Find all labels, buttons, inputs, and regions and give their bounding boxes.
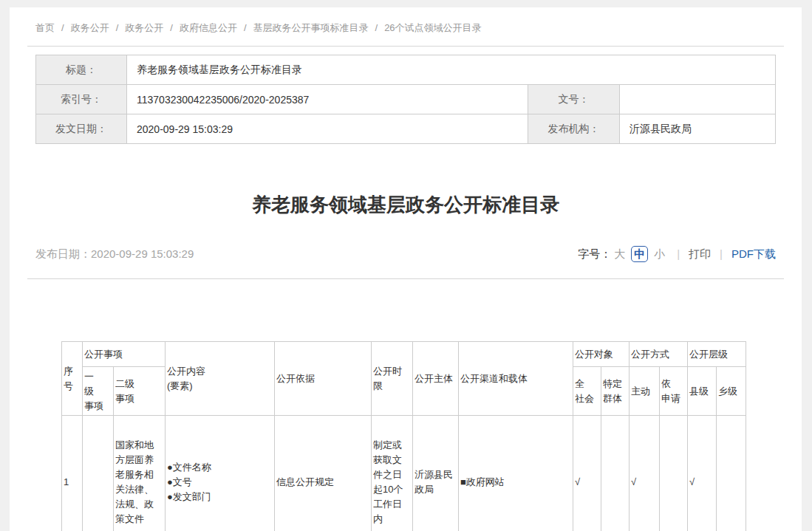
header-method-active: 主动: [630, 367, 660, 416]
cell-time-limit: 制定或 获取文 件之日 起10个 工作日 内: [372, 416, 413, 531]
publish-date-value: 2020-09-29 15:03:29: [91, 247, 194, 260]
header-content: 公开内容 (要素): [166, 342, 275, 416]
breadcrumb-home[interactable]: 首页: [35, 22, 55, 33]
font-size-medium-button[interactable]: 中: [631, 246, 648, 262]
cell-subject: 沂源县民 政局: [413, 416, 459, 531]
toolbar-divider: |: [720, 245, 723, 263]
meta-title-value: 养老服务领域基层政务公开标准目录: [127, 55, 776, 85]
meta-publisher-label: 发布机构：: [528, 114, 619, 144]
cell-level2: 国家和地 方层面养 老服务相 关法律、 法规、政 策文件: [114, 416, 166, 531]
meta-issue-date-value: 2020-09-29 15:03:29: [127, 114, 528, 144]
breadcrumb: 首页/政务公开/政务公开/政府信息公开/基层政务公开事项标准目录/26个试点领域…: [35, 21, 776, 35]
cell-level-town-check: [717, 416, 746, 531]
header-method-group: 公开方式: [630, 342, 688, 367]
cell-channel: ■政府网站: [459, 416, 573, 531]
pdf-download-link[interactable]: PDF下载: [731, 245, 776, 263]
page-title: 养老服务领域基层政务公开标准目录: [35, 191, 776, 218]
cell-basis: 信息公开规定: [275, 416, 372, 531]
header-target-all: 全 社会: [573, 367, 601, 416]
meta-issue-date-label: 发文日期：: [36, 114, 127, 144]
publish-date: 发布日期：2020-09-29 15:03:29: [35, 245, 194, 263]
breadcrumb-separator: /: [61, 22, 64, 33]
meta-row-date: 发文日期： 2020-09-29 15:03:29 发布机构： 沂源县民政局: [36, 114, 776, 144]
meta-docno-label: 文号：: [528, 85, 619, 114]
meta-docno-value: [619, 85, 775, 114]
title-divider: [27, 278, 784, 279]
cell-target-all-check: √: [573, 416, 601, 531]
breadcrumb-gov-info[interactable]: 政府信息公开: [180, 22, 237, 33]
meta-row-title: 标题： 养老服务领域基层政务公开标准目录: [36, 55, 776, 85]
breadcrumb-standard-catalog[interactable]: 基层政务公开事项标准目录: [253, 22, 369, 33]
breadcrumb-separator: /: [170, 22, 173, 33]
document-meta-table: 标题： 养老服务领域基层政务公开标准目录 索引号： 11370323004223…: [35, 55, 776, 144]
header-level-group: 公开层级: [688, 342, 746, 367]
print-button[interactable]: 打印: [689, 245, 711, 263]
header-basis: 公开依据: [275, 342, 372, 416]
breadcrumb-zhengwu-2[interactable]: 政务公开: [125, 22, 163, 33]
cell-level-county-check: √: [688, 416, 717, 531]
header-method-request: 依 申请: [660, 367, 688, 416]
header-channel: 公开渠道和载体: [459, 342, 573, 416]
publish-date-label: 发布日期：: [35, 247, 91, 260]
header-level-county: 县级: [688, 367, 717, 416]
font-size-label: 字号：: [578, 245, 611, 263]
header-seq: 序 号: [62, 342, 83, 416]
meta-title-label: 标题：: [36, 55, 127, 85]
breadcrumb-separator: /: [116, 22, 119, 33]
header-target-group: 公开对象: [573, 342, 630, 367]
cell-content: ●文件名称 ●文号 ●发文部门: [166, 416, 275, 531]
meta-index-label: 索引号：: [36, 85, 127, 114]
catalog-header-row-1: 序 号 公开事项 公开内容 (要素) 公开依据 公开时 限 公开主体 公开渠道和…: [62, 342, 746, 367]
header-level2: 二级 事项: [114, 367, 166, 416]
meta-index-value: 113703230042235006/2020-2025387: [127, 85, 528, 114]
publish-toolbar-row: 发布日期：2020-09-29 15:03:29 字号： 大 中 小 | 打印 …: [35, 245, 776, 263]
cell-method-request-check: [660, 416, 688, 531]
meta-publisher-value: 沂源县民政局: [619, 114, 775, 144]
cell-level1: [83, 416, 114, 531]
breadcrumb-pilot-catalog[interactable]: 26个试点领域公开目录: [384, 22, 481, 33]
content-card: 首页/政务公开/政务公开/政府信息公开/基层政务公开事项标准目录/26个试点领域…: [10, 7, 802, 531]
breadcrumb-divider: [27, 46, 784, 47]
header-level1: 一 级 事项: [83, 367, 114, 416]
breadcrumb-separator: /: [244, 22, 247, 33]
font-size-large-button[interactable]: 大: [614, 245, 625, 263]
breadcrumb-separator: /: [375, 22, 378, 33]
meta-row-index: 索引号： 113703230042235006/2020-2025387 文号：: [36, 85, 776, 114]
catalog-data-row: 1 国家和地 方层面养 老服务相 关法律、 法规、政 策文件 ●文件名称 ●文号…: [62, 416, 746, 531]
header-level-town: 乡级: [717, 367, 746, 416]
toolbar-divider: |: [677, 245, 680, 263]
header-target-specific: 特定 群体: [601, 367, 630, 416]
article-toolbar: 字号： 大 中 小 | 打印 | PDF下载: [578, 245, 776, 263]
cell-seq: 1: [62, 416, 83, 531]
header-matter-group: 公开事项: [83, 342, 166, 367]
breadcrumb-zhengwu-1[interactable]: 政务公开: [71, 22, 109, 33]
font-size-small-button[interactable]: 小: [654, 245, 665, 263]
header-time-limit: 公开时 限: [372, 342, 413, 416]
cell-method-active-check: √: [630, 416, 660, 531]
disclosure-catalog-table: 序 号 公开事项 公开内容 (要素) 公开依据 公开时 限 公开主体 公开渠道和…: [61, 341, 746, 531]
header-subject: 公开主体: [413, 342, 459, 416]
cell-target-specific-check: [601, 416, 630, 531]
